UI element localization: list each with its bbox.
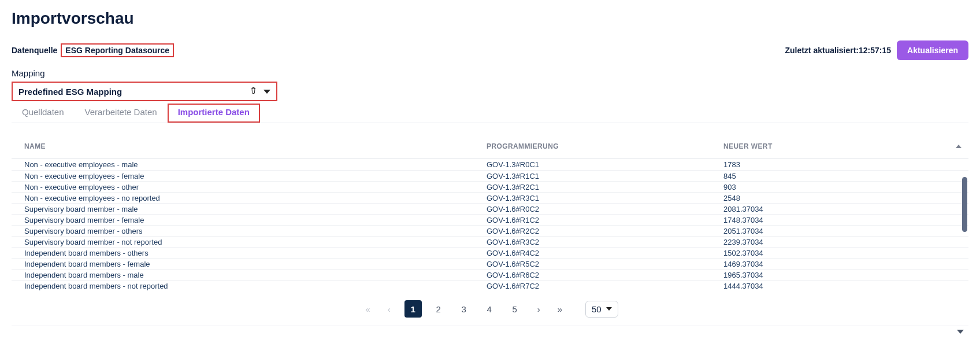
- mapping-selected-value: Predefined ESG Mapping: [18, 87, 122, 97]
- chevron-down-icon: [606, 307, 612, 311]
- cell-value: 2081.37034: [723, 205, 950, 213]
- table-row[interactable]: Supervisory board member - othersGOV-1.6…: [12, 225, 968, 236]
- table-row[interactable]: Non - executive employees - otherGOV-1.3…: [12, 181, 968, 192]
- table-row[interactable]: Independent board members - othersGOV-1.…: [12, 247, 968, 258]
- cell-value: 1444.37034: [723, 282, 950, 290]
- sort-indicator[interactable]: [950, 145, 962, 148]
- col-programmierung[interactable]: PROGRAMMIERUNG: [487, 142, 723, 150]
- page-3[interactable]: 3: [455, 300, 473, 318]
- scrollbar-thumb[interactable]: [962, 177, 967, 232]
- cell-value: 1783: [723, 160, 950, 169]
- cell-prog: GOV-1.6#R7C2: [487, 282, 723, 290]
- sort-ascending-icon: [956, 145, 962, 148]
- page-title: Importvorschau: [12, 9, 968, 28]
- cell-prog: GOV-1.6#R2C2: [487, 227, 723, 235]
- cell-value: 1502.37034: [723, 249, 950, 257]
- topbar-right: Zuletzt aktualisiert:12:57:15 Aktualisie…: [785, 40, 968, 60]
- table-row[interactable]: Independent board members - not reported…: [12, 280, 968, 291]
- cell-value: 845: [723, 172, 950, 180]
- datasource-row: Datenquelle ESG Reporting Datasource: [12, 43, 174, 57]
- table-row[interactable]: Independent board members - femaleGOV-1.…: [12, 258, 968, 269]
- cell-prog: GOV-1.3#R1C1: [487, 172, 723, 180]
- chevron-down-icon[interactable]: [263, 90, 270, 94]
- page-next[interactable]: ›: [534, 302, 544, 316]
- cell-prog: GOV-1.6#R5C2: [487, 260, 723, 268]
- cell-prog: GOV-1.6#R4C2: [487, 249, 723, 257]
- cell-name: Non - executive employees - male: [24, 160, 487, 169]
- cell-name: Independent board members - female: [24, 260, 487, 268]
- last-updated: Zuletzt aktualisiert:12:57:15: [785, 46, 891, 55]
- cell-name: Supervisory board member - female: [24, 216, 487, 224]
- tab-importierte-daten[interactable]: Importierte Daten: [168, 104, 260, 123]
- tabs: QuelldatenVerarbeitete DatenImportierte …: [12, 104, 968, 123]
- pagination: « ‹ 12345 › » 50: [12, 300, 968, 318]
- table-row[interactable]: Non - executive employees - maleGOV-1.3#…: [12, 159, 968, 170]
- page-1[interactable]: 1: [404, 300, 422, 318]
- page-size-value: 50: [592, 304, 602, 314]
- datasource-value[interactable]: ESG Reporting Datasource: [61, 43, 174, 57]
- cell-name: Independent board members - others: [24, 249, 487, 257]
- page-prev[interactable]: ‹: [384, 302, 394, 316]
- mapping-label: Mapping: [12, 68, 968, 78]
- footer-divider: [12, 326, 968, 338]
- page-4[interactable]: 4: [481, 300, 498, 318]
- cell-prog: GOV-1.3#R0C1: [487, 160, 723, 169]
- data-table: NAME PROGRAMMIERUNG NEUER WERT Non - exe…: [12, 134, 968, 291]
- last-updated-label: Zuletzt aktualisiert:: [785, 46, 859, 55]
- cell-value: 1965.37034: [723, 271, 950, 279]
- cell-value: 2548: [723, 194, 950, 202]
- cell-value: 2239.37034: [723, 238, 950, 246]
- cell-name: Supervisory board member - others: [24, 227, 487, 235]
- cell-name: Non - executive employees - female: [24, 172, 487, 180]
- cell-prog: GOV-1.3#R2C1: [487, 183, 723, 191]
- page-2[interactable]: 2: [430, 300, 447, 318]
- cell-name: Independent board members - male: [24, 271, 487, 279]
- cell-name: Supervisory board member - male: [24, 205, 487, 213]
- page-first[interactable]: «: [362, 302, 373, 316]
- table-row[interactable]: Supervisory board member - maleGOV-1.6#R…: [12, 203, 968, 214]
- cell-value: 2051.37034: [723, 227, 950, 235]
- cell-name: Non - executive employees - no reported: [24, 194, 487, 202]
- page-size-select[interactable]: 50: [585, 301, 618, 318]
- cell-name: Independent board members - not reported: [24, 282, 487, 290]
- col-name[interactable]: NAME: [24, 142, 487, 150]
- cell-value: 903: [723, 183, 950, 191]
- table-header-row: NAME PROGRAMMIERUNG NEUER WERT: [12, 134, 968, 159]
- top-bar: Datenquelle ESG Reporting Datasource Zul…: [12, 40, 968, 60]
- cell-prog: GOV-1.6#R3C2: [487, 238, 723, 246]
- cell-prog: GOV-1.6#R0C2: [487, 205, 723, 213]
- table-row[interactable]: Non - executive employees - femaleGOV-1.…: [12, 170, 968, 181]
- trash-icon[interactable]: [249, 86, 258, 97]
- last-updated-time: 12:57:15: [859, 46, 891, 55]
- cell-value: 1748.37034: [723, 216, 950, 224]
- tab-quelldaten[interactable]: Quelldaten: [12, 104, 75, 123]
- cell-prog: GOV-1.3#R3C1: [487, 194, 723, 202]
- datasource-label: Datenquelle: [12, 46, 57, 55]
- cell-name: Non - executive employees - other: [24, 183, 487, 191]
- tab-verarbeitete-daten[interactable]: Verarbeitete Daten: [75, 104, 168, 123]
- col-neuer-wert[interactable]: NEUER WERT: [723, 142, 950, 150]
- chevron-down-icon[interactable]: [957, 330, 964, 334]
- table-row[interactable]: Supervisory board member - femaleGOV-1.6…: [12, 214, 968, 225]
- table-row[interactable]: Independent board members - maleGOV-1.6#…: [12, 269, 968, 280]
- cell-prog: GOV-1.6#R6C2: [487, 271, 723, 279]
- refresh-button[interactable]: Aktualisieren: [897, 40, 968, 60]
- page-last[interactable]: »: [554, 302, 566, 316]
- table-row[interactable]: Supervisory board member - not reportedG…: [12, 236, 968, 247]
- table-body: Non - executive employees - maleGOV-1.3#…: [12, 159, 968, 291]
- page-5[interactable]: 5: [506, 300, 524, 318]
- table-row[interactable]: Non - executive employees - no reportedG…: [12, 192, 968, 203]
- cell-prog: GOV-1.6#R1C2: [487, 216, 723, 224]
- cell-value: 1469.37034: [723, 260, 950, 268]
- mapping-select[interactable]: Predefined ESG Mapping: [12, 82, 277, 101]
- cell-name: Supervisory board member - not reported: [24, 238, 487, 246]
